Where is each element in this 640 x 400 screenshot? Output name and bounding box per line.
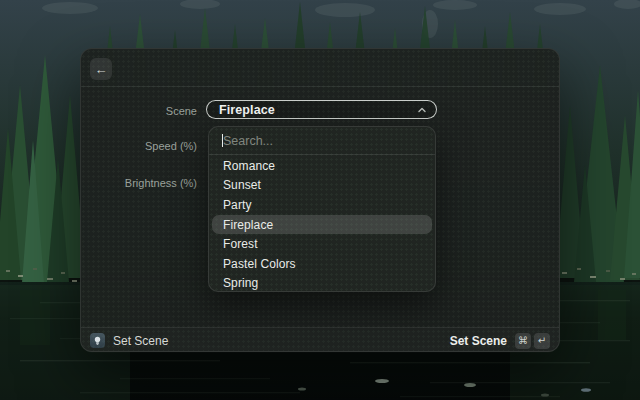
scene-select[interactable]: Fireplace [206,100,437,119]
command-dialog: ← Scene Speed (%) Brightness (%) Firepla… [80,48,560,352]
primary-action-label[interactable]: Set Scene [450,334,507,348]
lightbulb-icon [90,333,105,348]
header-divider [81,86,559,87]
cmd-key[interactable]: ⌘ [515,333,531,349]
option-sunset[interactable]: Sunset [212,176,432,196]
scene-label: Scene [81,104,197,118]
screen: ← Scene Speed (%) Brightness (%) Firepla… [0,0,640,400]
back-button[interactable]: ← [90,58,112,80]
option-spring[interactable]: Spring [212,274,432,292]
back-arrow-icon: ← [95,62,108,77]
dropdown-options: Romance Sunset Party Fireplace Forest Pa… [209,155,435,292]
option-forest[interactable]: Forest [212,234,432,254]
speed-label: Speed (%) [81,139,197,153]
dropdown-search-input[interactable] [209,127,435,154]
scene-select-value: Fireplace [219,103,417,117]
option-pastel-colors[interactable]: Pastel Colors [212,254,432,274]
option-romance[interactable]: Romance [212,156,432,176]
option-party[interactable]: Party [212,195,432,215]
enter-key[interactable]: ↵ [534,333,550,349]
dropdown-search-row [209,127,435,154]
action-bar: Set Scene Set Scene ⌘ ↵ [81,327,559,353]
option-fireplace[interactable]: Fireplace [212,215,432,235]
text-caret [222,134,223,147]
brightness-label: Brightness (%) [81,176,197,190]
extension-title: Set Scene [113,334,168,348]
chevron-up-icon [417,105,427,115]
scene-dropdown-panel: Romance Sunset Party Fireplace Forest Pa… [208,126,436,292]
